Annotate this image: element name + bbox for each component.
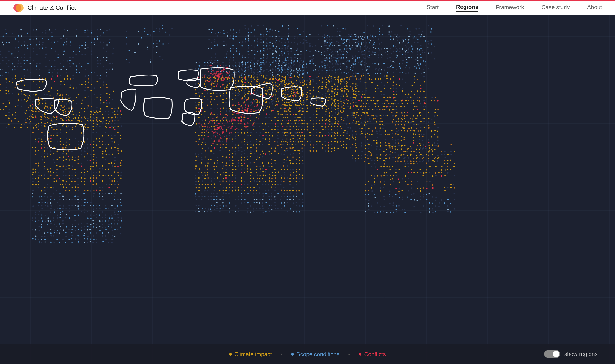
nav-regions[interactable]: Regions xyxy=(456,4,478,12)
toggle-label: show regions xyxy=(564,351,598,357)
nav-case-study[interactable]: Case study xyxy=(541,4,570,12)
header: Climate & Conflict Start Regions Framewo… xyxy=(0,0,615,15)
show-regions-toggle[interactable] xyxy=(544,350,560,358)
separator-1: • xyxy=(281,351,282,358)
logo-text: Climate & Conflict xyxy=(27,4,76,11)
logo-area: Climate & Conflict xyxy=(13,3,76,13)
nav-about[interactable]: About xyxy=(587,4,602,12)
map-svg[interactable] xyxy=(0,15,615,364)
conflicts-label: Conflicts xyxy=(364,351,386,358)
scope-conditions-label: Scope conditions xyxy=(296,351,339,358)
climate-impact-label: Climate impact xyxy=(234,351,272,358)
separator-2: • xyxy=(348,351,350,358)
main-nav: Start Regions Framework Case study About xyxy=(427,4,602,12)
scope-conditions-dot xyxy=(291,353,294,355)
nav-framework[interactable]: Framework xyxy=(496,4,524,12)
map-container: Climate impact • Scope conditions • Conf… xyxy=(0,15,615,364)
toggle-area: show regions xyxy=(544,350,598,358)
legend-scope-conditions: Scope conditions xyxy=(291,351,339,358)
climate-impact-dot xyxy=(229,353,232,355)
toggle-knob xyxy=(553,351,559,357)
conflicts-dot xyxy=(359,353,361,355)
logo-icon xyxy=(13,3,24,13)
legend-climate-impact: Climate impact xyxy=(229,351,272,358)
legend: Climate impact • Scope conditions • Conf… xyxy=(0,344,615,364)
nav-start[interactable]: Start xyxy=(427,4,439,12)
svg-point-1 xyxy=(16,4,24,12)
legend-conflicts: Conflicts xyxy=(359,351,386,358)
